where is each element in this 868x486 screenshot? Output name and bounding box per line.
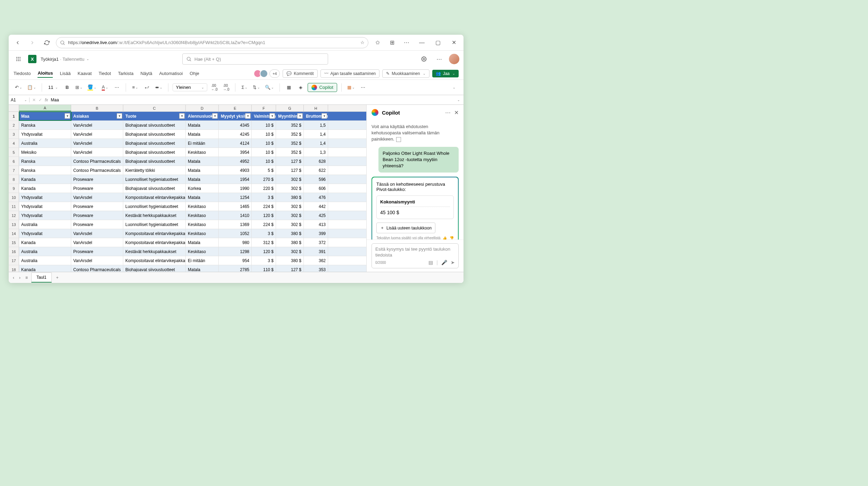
cell[interactable]: VanArsdel (71, 193, 123, 202)
cell[interactable]: Kanada (19, 238, 71, 247)
cell[interactable]: Kanada (19, 175, 71, 184)
cell[interactable]: Contoso Pharmaceuticals (71, 166, 123, 175)
font-size-dropdown[interactable]: 11⌄ (46, 84, 60, 91)
cell[interactable]: 1052 (219, 229, 252, 238)
cell[interactable]: Yhdysvallat (19, 193, 71, 202)
tab-review[interactable]: Tarkista (118, 69, 134, 77)
thumbs-up-icon[interactable]: 👍 (443, 236, 447, 240)
cell[interactable]: 362 (304, 256, 328, 265)
cell[interactable]: 10 $ (252, 121, 276, 129)
cell[interactable]: 3 $ (252, 256, 276, 265)
row-header[interactable]: 2 (9, 121, 19, 129)
sheet-tab-active[interactable]: Taul1 (31, 273, 52, 283)
row-header[interactable]: 16 (9, 247, 19, 256)
paste-button[interactable]: 📋⌄ (26, 83, 37, 92)
col-header-H[interactable]: H (304, 105, 328, 111)
cell[interactable]: VanArsdel (71, 139, 123, 148)
cell[interactable]: Australia (19, 139, 71, 148)
cell[interactable]: 1465 (219, 202, 252, 211)
more-icon[interactable]: ⋯ (434, 53, 445, 65)
cell[interactable]: 120 $ (252, 211, 276, 220)
cell[interactable]: 302 $ (276, 211, 304, 220)
cell[interactable]: Keskitaso (186, 202, 219, 211)
cell[interactable]: Korkea (186, 184, 219, 193)
find-button[interactable]: 🔍⌄ (264, 83, 275, 92)
favorites-icon[interactable]: ✩ (372, 37, 383, 48)
cell[interactable]: Yhdysvallat (19, 130, 71, 139)
cell[interactable]: Australia (19, 256, 71, 265)
row-header[interactable]: 7 (9, 166, 19, 175)
cell[interactable]: 5 $ (252, 166, 276, 175)
cell[interactable]: 270 $ (252, 175, 276, 184)
cell[interactable]: 1990 (219, 184, 252, 193)
cell[interactable]: 476 (304, 193, 328, 202)
header-cell[interactable]: Myydyt yksiköt▾ (219, 112, 252, 120)
copilot-input[interactable]: Esitä kysymys tai tee pyyntö taulukon ti… (372, 243, 459, 268)
cell[interactable]: Keskitaso (186, 229, 219, 238)
cell[interactable]: 3954 (219, 148, 252, 157)
cell[interactable]: Luonnolliset hygieniatuotteet (123, 175, 186, 184)
expand-formula-bar[interactable]: ⌄ (454, 98, 464, 102)
cell[interactable]: Australia (19, 220, 71, 229)
cell[interactable]: Matala (186, 175, 219, 184)
thumbs-down-icon[interactable]: 👎 (450, 236, 454, 240)
col-header-D[interactable]: D (186, 105, 219, 111)
row-header[interactable]: 1 (9, 112, 19, 120)
cell[interactable]: 380 $ (276, 256, 304, 265)
cell[interactable]: Proseware (71, 220, 123, 229)
cell[interactable]: Kanada (19, 184, 71, 193)
cell[interactable]: Yhdysvallat (19, 211, 71, 220)
cell[interactable]: VanArsdel (71, 229, 123, 238)
cell[interactable]: VanArsdel (71, 238, 123, 247)
cell[interactable]: Kestävät herkkupakkaukset (123, 247, 186, 256)
cell[interactable]: 1,3 (304, 148, 328, 157)
cell[interactable]: 127 $ (276, 157, 304, 166)
cell[interactable]: 1,5 (304, 121, 328, 129)
cell[interactable]: Yhdysvallat (19, 202, 71, 211)
mic-icon[interactable]: 🎤 (441, 260, 447, 265)
cell[interactable]: Kompostoitavat elintarvikepakkaukset (123, 229, 186, 238)
cell[interactable]: 596 (304, 175, 328, 184)
cell[interactable]: 391 (304, 247, 328, 256)
row-header[interactable]: 14 (9, 229, 19, 238)
header-cell[interactable]: Alennusluokka▾ (186, 112, 219, 120)
back-button[interactable] (12, 37, 23, 48)
cell[interactable]: Proseware (71, 211, 123, 220)
cell[interactable]: 399 (304, 229, 328, 238)
cell[interactable]: 980 (219, 238, 252, 247)
row-header[interactable]: 3 (9, 130, 19, 139)
cell[interactable]: 372 (304, 238, 328, 247)
cell[interactable]: 1,4 (304, 130, 328, 139)
cell[interactable]: Matala (186, 166, 219, 175)
catchup-button[interactable]: 〰 Ajan tasalle saattaminen (320, 69, 380, 78)
cell[interactable]: Biohajoavat siivoustuotteet (123, 184, 186, 193)
sheet-all-icon[interactable]: ≡ (24, 275, 29, 281)
cell[interactable]: VanArsdel (71, 130, 123, 139)
collections-icon[interactable]: ⊞ (386, 37, 398, 48)
cell[interactable]: VanArsdel (71, 148, 123, 157)
cell[interactable]: 606 (304, 184, 328, 193)
cell[interactable]: Matala (186, 130, 219, 139)
cell[interactable]: 425 (304, 211, 328, 220)
cell[interactable]: 302 $ (276, 184, 304, 193)
row-header[interactable]: 17 (9, 256, 19, 265)
col-header-B[interactable]: B (71, 105, 123, 111)
cell[interactable]: 3 $ (252, 229, 276, 238)
cell[interactable]: Matala (186, 121, 219, 129)
filter-icon[interactable]: ▾ (212, 113, 218, 119)
cell[interactable]: VanArsdel (71, 256, 123, 265)
cell[interactable]: 2785 (219, 265, 252, 272)
cell[interactable]: 4952 (219, 157, 252, 166)
document-title[interactable]: Työkirja1 · Tallennettu⌄ (41, 57, 89, 62)
spreadsheet-grid[interactable]: A B C D E F G H 1Maa▾Asiakas▾Tuote▾Alenn… (9, 105, 366, 272)
cell[interactable]: 127 $ (276, 166, 304, 175)
send-icon[interactable]: ➤ (451, 260, 455, 265)
tab-view[interactable]: Näytä (140, 69, 152, 77)
cell[interactable]: 302 $ (276, 202, 304, 211)
editing-mode-button[interactable]: ✎ Muokkaaminen ⌄ (382, 69, 429, 78)
addins-button[interactable]: ▦ (284, 83, 294, 92)
tab-file[interactable]: Tiedosto (14, 69, 31, 77)
cell[interactable]: Biohajoavat siivoustuotteet (123, 121, 186, 129)
cell[interactable]: 4245 (219, 130, 252, 139)
cell[interactable]: 1298 (219, 247, 252, 256)
